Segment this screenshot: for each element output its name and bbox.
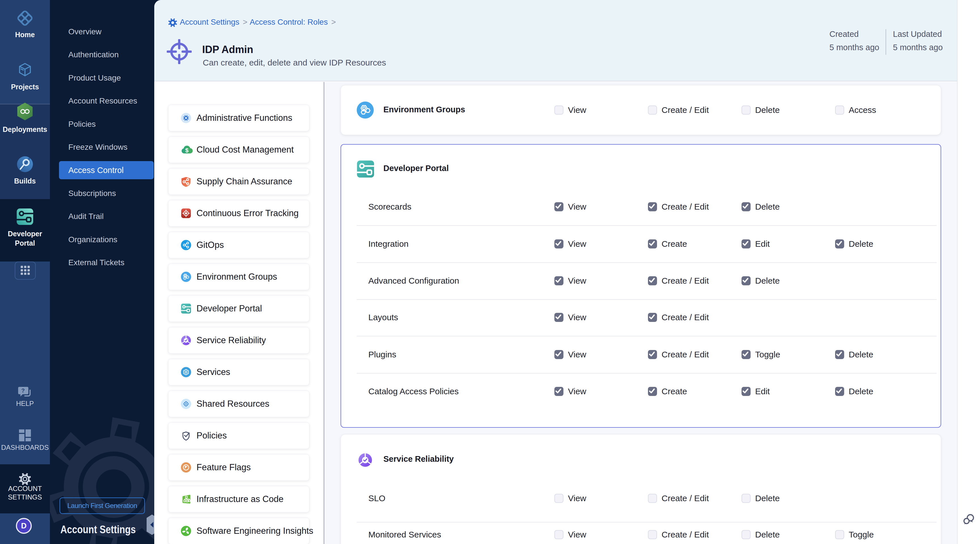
svg-text:$: $ xyxy=(185,147,189,153)
svg-text:?: ? xyxy=(21,387,25,394)
